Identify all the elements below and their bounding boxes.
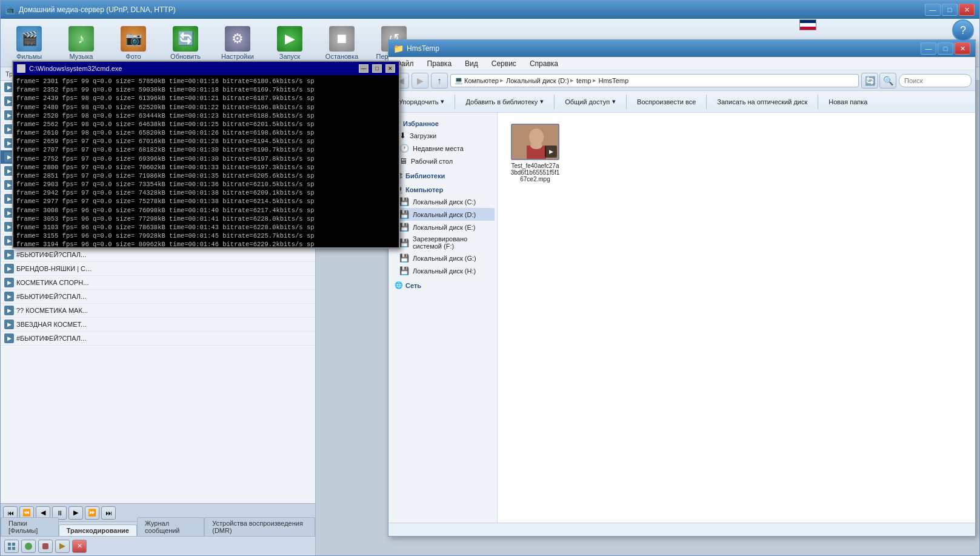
address-temp[interactable]: temp ▸ [576, 76, 596, 84]
new-folder-button[interactable]: Новая папка [823, 96, 873, 108]
toolbar-music-button[interactable]: ♪ Музыка [60, 24, 102, 62]
update-icon: 🔄 [173, 26, 198, 52]
sidebar-item-recent[interactable]: 🕐 Недавние места [391, 142, 495, 155]
computer-section: 💻 Компьютер 💾 Локальный диск (C:) 💾 Лока… [391, 184, 495, 277]
explorer-close[interactable]: ✕ [955, 42, 970, 55]
list-item[interactable]: ▶#БЬЮТИФЕЙ?СПАЛ... [1, 248, 315, 262]
list-item[interactable]: ▶#БЬЮТИФЕЙ?СПАЛ... [1, 290, 315, 304]
action-btn-3[interactable] [38, 540, 53, 553]
menu-view[interactable]: Вид [462, 58, 481, 69]
toolbar-separator-4 [706, 95, 707, 109]
cmd-line: frame= 3194 fps= 96 q=0.0 size= 80962kB … [16, 240, 396, 247]
sidebar-item-drive-h[interactable]: 💾 Локальный диск (H:) [391, 264, 495, 277]
tab-transcoding[interactable]: Транскодирование [59, 524, 137, 536]
next-button[interactable]: ⏭ [101, 506, 116, 520]
organize-button[interactable]: Упорядочить ▾ [393, 95, 450, 108]
share-chevron: ▾ [612, 98, 616, 106]
organize-label: Упорядочить [399, 98, 438, 106]
list-item-text: ?? КОСМЕТИКА МАК... [16, 307, 312, 314]
cmd-line: frame= 2942 fps= 97 q=0.0 size= 74328kB … [16, 189, 396, 197]
close-button[interactable]: ✕ [959, 4, 975, 16]
explorer-title-bar: 📁 HmsTemp — □ ✕ [388, 40, 975, 57]
menu-service[interactable]: Сервис [489, 58, 519, 69]
nav-search-button[interactable]: 🔍 [879, 73, 896, 89]
sidebar-item-drive-c[interactable]: 💾 Локальный диск (C:) [391, 195, 495, 208]
sidebar-item-drive-f[interactable]: 💾 Зарезервировано системой (F:) [391, 233, 495, 252]
tab-log[interactable]: Журнал сообщений [137, 517, 204, 536]
action-btn-4[interactable] [55, 540, 70, 553]
list-item-icon: ▶ [4, 306, 14, 315]
list-item[interactable]: ▶КОСМЕТИКА СПОРН... [1, 276, 315, 290]
list-item[interactable]: ▶?? КОСМЕТИКА МАК... [1, 304, 315, 318]
explorer-file-area: ▶ Test_fe40aefc27a3bd6f1b65551f5f167ce2.… [498, 113, 975, 523]
toolbar-run-button[interactable]: ▶ Запуск [268, 24, 311, 62]
sidebar-item-drive-d[interactable]: 💾 Локальный диск (D:) [391, 208, 495, 221]
favorites-header[interactable]: ☆ Избранное [391, 118, 495, 129]
toolbar-separator-1 [455, 95, 455, 109]
explorer-sidebar: ☆ Избранное ⬇ Загрузки 🕐 Недавние места … [388, 113, 498, 523]
cmd-close[interactable]: ✕ [385, 64, 395, 73]
svg-marker-6 [59, 543, 65, 549]
search-input[interactable] [899, 74, 972, 87]
explorer-minimize[interactable]: — [921, 42, 936, 55]
computer-header[interactable]: 💻 Компьютер [391, 184, 495, 195]
address-bar: 💻 Компьютер ▸ Локальный диск (D:) ▸ temp… [450, 74, 859, 87]
toolbar-stop-button[interactable]: ⏹ Остановка [321, 24, 363, 62]
sidebar-item-drive-e[interactable]: 💾 Локальный диск (E:) [391, 221, 495, 233]
address-computer[interactable]: 💻 Компьютер ▸ [455, 76, 504, 84]
bottom-tabs: Папки [Фильмы] Транскодирование Журнал с… [1, 521, 315, 536]
sidebar-item-drive-g[interactable]: 💾 Локальный диск (G:) [391, 252, 495, 264]
recent-icon: 🕐 [399, 144, 409, 153]
toolbar-photo-button[interactable]: 📷 Фото [112, 24, 155, 62]
sidebar-item-downloads[interactable]: ⬇ Загрузки [391, 129, 495, 142]
stop-icon: ⏹ [329, 26, 355, 52]
toolbar-settings-button[interactable]: ⚙ Настройки [216, 24, 259, 62]
new-folder-label: Новая папка [828, 98, 867, 106]
svg-rect-3 [12, 547, 15, 550]
file-thumbnail[interactable]: ▶ Test_fe40aefc27a3bd6f1b65551f5f167ce2.… [505, 120, 565, 186]
maximize-button[interactable]: □ [942, 4, 958, 16]
add-library-button[interactable]: Добавить в библиотеку ▾ [460, 95, 549, 108]
action-btn-2[interactable] [21, 540, 36, 553]
menu-edit[interactable]: Правка [425, 58, 455, 69]
update-label: Обновить [170, 53, 201, 60]
help-button[interactable]: ? [952, 19, 974, 41]
play-button[interactable]: ▶ [68, 506, 83, 520]
explorer-maximize[interactable]: □ [938, 42, 953, 55]
list-item[interactable]: ▶#БЬЮТИФЕЙ?СПАЛ... [1, 332, 315, 346]
nav-refresh-button[interactable]: 🔄 [861, 73, 878, 89]
menu-help[interactable]: Справка [527, 58, 561, 69]
tab-folders[interactable]: Папки [Фильмы] [1, 517, 59, 536]
toolbar-films-button[interactable]: 🎬 Фильмы [8, 24, 50, 62]
play-all-button[interactable]: Воспроизвести все [632, 96, 701, 108]
share-button[interactable]: Общий доступ ▾ [559, 95, 621, 108]
cmd-maximize[interactable]: □ [372, 64, 382, 73]
minimize-button[interactable]: — [925, 4, 941, 16]
cmd-line: frame= 2520 fps= 98 q=0.0 size= 63444kB … [16, 112, 396, 120]
photo-icon: 📷 [121, 26, 146, 52]
cmd-line: frame= 2659 fps= 97 q=0.0 size= 67016kB … [16, 137, 396, 146]
run-label: Запуск [279, 53, 300, 60]
toolbar-separator-5 [818, 95, 818, 109]
action-btn-1[interactable] [4, 540, 19, 553]
address-hms[interactable]: HmsTemp [599, 77, 629, 84]
favorites-section: ☆ Избранное ⬇ Загрузки 🕐 Недавние места … [391, 118, 495, 167]
network-header[interactable]: 🌐 Сеть [391, 280, 495, 291]
list-item-icon: ▶ [4, 292, 14, 301]
list-item[interactable]: ▶ЗВЕЗДНАЯ КОСМЕТ... [1, 318, 315, 332]
forward-button[interactable]: ⏩ [85, 506, 99, 520]
burn-disc-button[interactable]: Записать на оптический диск [712, 96, 813, 108]
delete-button[interactable]: ✕ [72, 540, 87, 553]
address-disk[interactable]: Локальный диск (D:) ▸ [506, 76, 574, 84]
nav-up-button[interactable]: ↑ [431, 73, 448, 89]
drive-g-icon: 💾 [399, 253, 409, 263]
nav-forward-button[interactable]: ▶ [412, 73, 428, 89]
sidebar-item-desktop[interactable]: 🖥 Рабочий стол [391, 155, 495, 167]
toolbar-separator-2 [554, 95, 555, 109]
libraries-header[interactable]: 📚 Библиотеки [391, 170, 495, 181]
tab-devices[interactable]: Устройства воспроизведения (DMR) [204, 517, 315, 536]
toolbar-update-button[interactable]: 🔄 Обновить [164, 24, 207, 62]
list-item[interactable]: ▶БРЕНДОВ-НЯШКИ | С... [1, 262, 315, 276]
cmd-minimize[interactable]: — [359, 64, 368, 73]
list-item-icon: ▶ [4, 264, 14, 273]
